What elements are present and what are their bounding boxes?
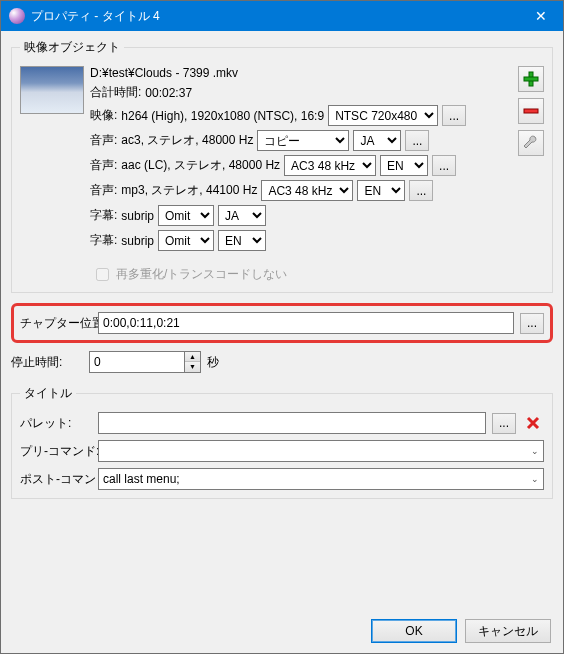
file-path: D:¥test¥Clouds - 7399 .mkv: [90, 66, 238, 80]
audio3-codec-select[interactable]: AC3 48 kHz: [261, 180, 353, 201]
titlebar: プロパティ - タイトル 4 ✕: [1, 1, 563, 31]
chevron-down-icon: ⌄: [531, 474, 539, 484]
close-button[interactable]: ✕: [518, 1, 563, 31]
post-command-value: call last menu;: [103, 472, 180, 486]
sub1-lang-select[interactable]: JA: [218, 205, 266, 226]
sub2-mode-select[interactable]: Omit: [158, 230, 214, 251]
post-command-combo[interactable]: call last menu; ⌄: [98, 468, 544, 490]
post-command-label: ポスト-コマンド:: [20, 471, 92, 488]
title-group: タイトル パレット: ... プリ-コマンド: ⌄ ポスト-コマンド: c: [11, 385, 553, 499]
minus-icon: [523, 103, 539, 119]
audio1-details-button[interactable]: ...: [405, 130, 429, 151]
sub1-mode-select[interactable]: Omit: [158, 205, 214, 226]
audio3-lang-select[interactable]: EN: [357, 180, 405, 201]
video-stream-info: h264 (High), 1920x1080 (NTSC), 16:9: [121, 109, 324, 123]
audio1-label: 音声:: [90, 132, 117, 149]
pause-input[interactable]: [89, 351, 184, 373]
palette-browse-button[interactable]: ...: [492, 413, 516, 434]
dialog-buttons: OK キャンセル: [371, 619, 551, 643]
remux-label: 再多重化/トランスコードしない: [116, 266, 287, 283]
video-object-group: 映像オブジェクト D:¥test¥Clouds - 7399 .mkv 合計時間…: [11, 39, 553, 293]
audio2-info: aac (LC), ステレオ, 48000 Hz: [121, 157, 280, 174]
palette-clear-button[interactable]: [522, 412, 544, 434]
ok-button[interactable]: OK: [371, 619, 457, 643]
dialog-window: プロパティ - タイトル 4 ✕ 映像オブジェクト D:¥test¥Clouds…: [0, 0, 564, 654]
video-preset-select[interactable]: NTSC 720x480: [328, 105, 438, 126]
audio1-info: ac3, ステレオ, 48000 Hz: [121, 132, 253, 149]
x-icon: [526, 416, 540, 430]
audio3-details-button[interactable]: ...: [409, 180, 433, 201]
remux-checkbox: [96, 268, 109, 281]
sub1-label: 字幕:: [90, 207, 117, 224]
audio2-codec-select[interactable]: AC3 48 kHz: [284, 155, 376, 176]
video-group-legend: 映像オブジェクト: [20, 39, 124, 56]
sub2-label: 字幕:: [90, 232, 117, 249]
sub2-info: subrip: [121, 234, 154, 248]
pause-label: 停止時間:: [11, 354, 83, 371]
palette-label: パレット:: [20, 415, 92, 432]
sub1-info: subrip: [121, 209, 154, 223]
chevron-down-icon: ⌄: [531, 446, 539, 456]
total-time-value: 00:02:37: [145, 86, 192, 100]
video-thumbnail: [20, 66, 84, 114]
sub2-lang-select[interactable]: EN: [218, 230, 266, 251]
window-title: プロパティ - タイトル 4: [31, 8, 518, 25]
video-details-button[interactable]: ...: [442, 105, 466, 126]
cancel-button[interactable]: キャンセル: [465, 619, 551, 643]
spin-up-button[interactable]: ▲: [185, 352, 200, 362]
pre-command-label: プリ-コマンド:: [20, 443, 92, 460]
audio2-details-button[interactable]: ...: [432, 155, 456, 176]
remove-button[interactable]: [518, 98, 544, 124]
audio2-label: 音声:: [90, 157, 117, 174]
chapter-highlight: チャプター位置: ...: [11, 303, 553, 343]
wrench-icon: [523, 135, 539, 151]
plus-icon: [523, 71, 539, 87]
app-icon: [9, 8, 25, 24]
chapter-browse-button[interactable]: ...: [520, 313, 544, 334]
spin-down-button[interactable]: ▼: [185, 362, 200, 372]
audio1-codec-select[interactable]: コピー: [257, 130, 349, 151]
side-buttons: [518, 66, 544, 255]
audio2-lang-select[interactable]: EN: [380, 155, 428, 176]
pause-unit: 秒: [207, 354, 219, 371]
settings-button[interactable]: [518, 130, 544, 156]
dialog-body: 映像オブジェクト D:¥test¥Clouds - 7399 .mkv 合計時間…: [1, 31, 563, 517]
title-group-legend: タイトル: [20, 385, 76, 402]
chapter-label: チャプター位置:: [20, 315, 92, 332]
audio1-lang-select[interactable]: JA: [353, 130, 401, 151]
palette-input[interactable]: [98, 412, 486, 434]
pause-spinner[interactable]: ▲ ▼: [89, 351, 201, 373]
audio3-info: mp3, ステレオ, 44100 Hz: [121, 182, 257, 199]
svg-rect-2: [524, 109, 538, 113]
pre-command-combo[interactable]: ⌄: [98, 440, 544, 462]
chapter-input[interactable]: [98, 312, 514, 334]
video-stream-label: 映像:: [90, 107, 117, 124]
add-button[interactable]: [518, 66, 544, 92]
svg-rect-1: [524, 77, 538, 81]
video-details: D:¥test¥Clouds - 7399 .mkv 合計時間: 00:02:3…: [90, 66, 512, 255]
audio3-label: 音声:: [90, 182, 117, 199]
total-time-label: 合計時間:: [90, 84, 141, 101]
